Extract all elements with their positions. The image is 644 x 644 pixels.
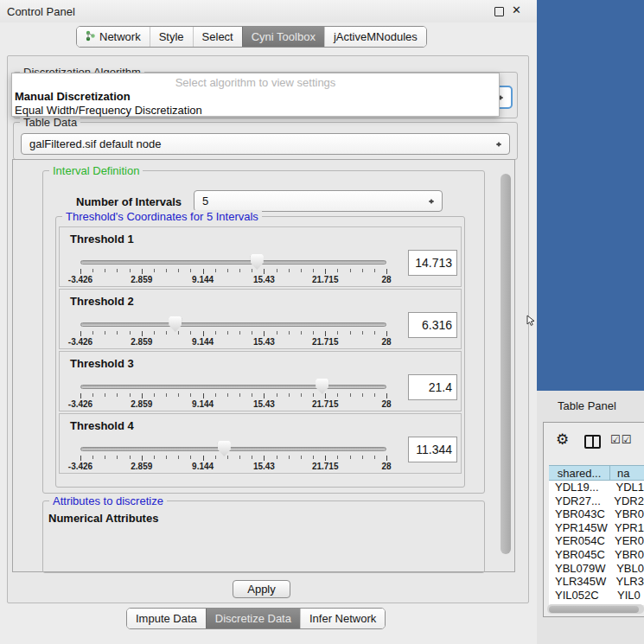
attributes-group-title: Attributes to discretize — [49, 494, 167, 507]
tick-mark — [154, 456, 155, 459]
tab-jactivemnodules[interactable]: jActiveMNodules — [324, 27, 426, 47]
tick-label: 21.715 — [312, 462, 339, 471]
tick-label: -3.426 — [68, 275, 92, 284]
table-cell[interactable]: YPR145W — [549, 521, 608, 535]
tick-mark — [142, 269, 143, 274]
table-header-row: shared... na — [549, 465, 644, 481]
tick-label: -3.426 — [68, 462, 92, 471]
threshold-slider: -3.4262.8599.14415.4321.71528 — [60, 352, 461, 411]
tick-mark — [227, 269, 228, 272]
table-cell[interactable]: YDR27... — [549, 494, 607, 508]
close-icon[interactable]: ✕ — [512, 3, 521, 16]
tick-mark — [130, 331, 131, 335]
table-cell[interactable]: YER054C — [549, 534, 608, 548]
table-cell[interactable]: YBR043C — [549, 507, 608, 521]
tick-mark — [252, 393, 252, 397]
table-cell[interactable]: YBL0 — [609, 562, 644, 576]
interval-definition-groupbox: Interval Definition Number of Intervals … — [42, 170, 485, 494]
slider-track[interactable] — [80, 385, 386, 389]
slider-track[interactable] — [80, 322, 386, 327]
table-cell[interactable]: YIL0 — [610, 589, 644, 603]
tick-mark — [386, 331, 387, 336]
tick-mark — [264, 393, 265, 399]
table-row[interactable]: YBR045CYBR0 — [549, 548, 644, 562]
tick-mark — [350, 456, 351, 459]
slider-track[interactable] — [80, 447, 386, 451]
tab-label: Select — [202, 30, 233, 43]
tick-mark — [190, 331, 191, 335]
tab-network[interactable]: Network — [77, 27, 150, 47]
table-row[interactable]: YER054CYER0 — [549, 534, 644, 548]
tab-select[interactable]: Select — [193, 27, 242, 47]
apply-button[interactable]: Apply — [233, 580, 290, 598]
threshold-value-field[interactable]: 14.713 — [408, 250, 457, 276]
table-row[interactable]: YBR043CYBR0 — [549, 507, 644, 521]
tick-mark — [350, 393, 351, 397]
threshold-value-field[interactable]: 21.4 — [408, 374, 457, 400]
table-row[interactable]: YDR27...YDR2 — [549, 494, 644, 508]
tick-mark — [362, 269, 363, 272]
table-horizontal-scrollbar[interactable] — [547, 604, 644, 614]
threshold-box: Threshold 3 -3.4262.8599.14415.4321.7152… — [59, 351, 462, 411]
split-view-icon[interactable] — [584, 435, 601, 449]
table-row[interactable]: YLR345WYLR3 — [549, 575, 644, 589]
tab-label: jActiveMNodules — [334, 30, 418, 43]
tick-mark — [386, 393, 387, 399]
slider-thumb[interactable] — [218, 441, 231, 456]
table-cell[interactable]: YDR2 — [607, 494, 644, 508]
tab-infer-network[interactable]: Infer Network — [300, 609, 385, 628]
table-data-combobox[interactable]: galFiltered.sif default node — [21, 133, 510, 155]
number-of-intervals-combobox[interactable]: 5 — [194, 190, 443, 212]
slider-thumb[interactable] — [169, 316, 182, 332]
network-window-frame[interactable]: GAL80GACGAL11GAL4GCY1HHAP2 — [537, 0, 644, 391]
algorithm-option[interactable]: Manual Discretization — [12, 89, 499, 103]
table-cell[interactable]: YPR1 — [608, 521, 644, 535]
column-header[interactable]: na — [610, 465, 644, 481]
tab-label: Network — [99, 30, 141, 43]
tick-mark — [337, 456, 338, 459]
column-header[interactable]: shared... — [549, 465, 610, 481]
tick-label: 2.859 — [131, 462, 152, 471]
table-cell[interactable]: YDL19... — [549, 481, 609, 494]
slider-thumb[interactable] — [316, 379, 328, 394]
table-cell[interactable]: YER0 — [608, 534, 644, 548]
tab-discretize-data[interactable]: Discretize Data — [206, 609, 300, 628]
tab-cyni-toolbox[interactable]: Cyni Toolbox — [242, 27, 324, 47]
tab-style[interactable]: Style — [150, 27, 193, 47]
spinner-icon[interactable] — [428, 195, 436, 207]
table-row[interactable]: YDL19...YDL1 — [549, 481, 644, 494]
table-cell[interactable]: YBR045C — [549, 548, 608, 562]
tick-mark — [386, 269, 387, 274]
tick-mark — [142, 331, 143, 336]
spinner-icon[interactable] — [495, 138, 503, 150]
table-cell[interactable]: YLR3 — [609, 575, 644, 589]
tick-mark — [374, 393, 375, 397]
tick-mark — [386, 456, 387, 461]
slider-track[interactable] — [80, 260, 386, 265]
panel-scrollbar[interactable] — [501, 174, 511, 554]
threshold-slider: -3.4262.8599.14415.4321.71528 — [60, 290, 461, 348]
table-row[interactable]: YPR145WYPR1 — [549, 521, 644, 535]
slider-thumb[interactable] — [251, 254, 264, 270]
algorithm-options: Manual DiscretizationEqual Width/Frequen… — [12, 89, 499, 117]
algorithm-option[interactable]: Equal Width/Frequency Discretization — [12, 103, 499, 117]
gear-icon[interactable]: ⚙ — [556, 432, 569, 447]
checkbox-icons[interactable]: ☑☑ — [610, 433, 632, 446]
threshold-value-field[interactable]: 6.316 — [408, 312, 457, 338]
table-row[interactable]: YIL052CYIL0 — [549, 589, 644, 603]
tick-mark — [142, 393, 143, 399]
threshold-value-field[interactable]: 11.344 — [408, 437, 457, 462]
tick-mark — [105, 456, 105, 459]
float-window-icon[interactable] — [494, 7, 504, 16]
table-cell[interactable]: YLR345W — [549, 575, 609, 589]
table-cell[interactable]: YBL079W — [549, 562, 609, 576]
tab-impute-data[interactable]: Impute Data — [127, 609, 206, 628]
tick-label: 28 — [381, 275, 391, 284]
tick-mark — [154, 331, 155, 335]
table-cell[interactable]: YBR0 — [608, 548, 644, 562]
table-row[interactable]: YBL079WYBL0 — [549, 562, 644, 576]
table-cell[interactable]: YDL1 — [609, 481, 644, 494]
table-cell[interactable]: YBR0 — [608, 507, 644, 521]
table-cell[interactable]: YIL052C — [549, 589, 610, 603]
algorithm-placeholder-option[interactable]: Select algorithm to view settings — [12, 73, 499, 89]
